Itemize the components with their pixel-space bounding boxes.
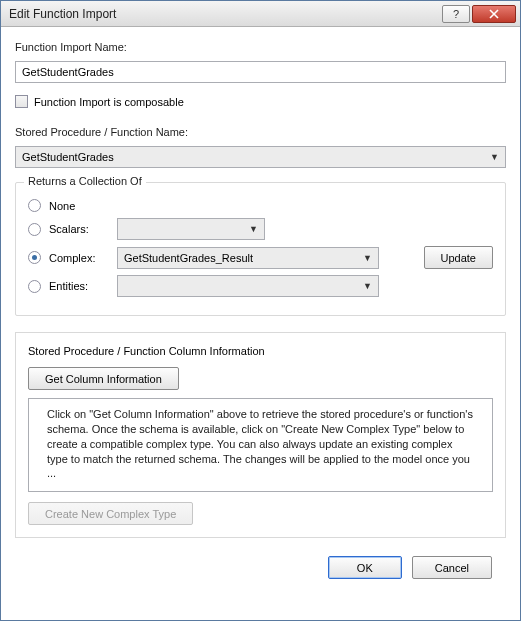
dialog-footer: OK Cancel (15, 546, 506, 579)
create-complex-type-button: Create New Complex Type (28, 502, 193, 525)
close-button[interactable] (472, 5, 516, 23)
titlebar-buttons: ? (442, 5, 516, 23)
cancel-button[interactable]: Cancel (412, 556, 492, 579)
chevron-down-icon: ▼ (363, 281, 372, 291)
function-import-name-label: Function Import Name: (15, 41, 506, 53)
dialog-window: Edit Function Import ? Function Import N… (0, 0, 521, 621)
stored-proc-selected: GetStudentGrades (22, 151, 114, 163)
composable-label: Function Import is composable (34, 96, 184, 108)
column-info-text: Click on "Get Column Information" above … (28, 398, 493, 492)
returns-group: Returns a Collection Of None Scalars: ▼ … (15, 182, 506, 316)
entities-combo[interactable]: ▼ (117, 275, 379, 297)
function-import-name-input[interactable] (15, 61, 506, 83)
returns-none-row: None (28, 199, 493, 212)
returns-complex-radio[interactable] (28, 251, 41, 264)
dialog-content: Function Import Name: Function Import is… (1, 27, 520, 620)
returns-complex-label: Complex: (49, 252, 109, 264)
returns-scalars-row: Scalars: ▼ (28, 218, 493, 240)
returns-none-label: None (49, 200, 109, 212)
returns-entities-row: Entities: ▼ (28, 275, 493, 297)
composable-row: Function Import is composable (15, 95, 506, 108)
returns-group-title: Returns a Collection Of (24, 175, 146, 187)
ok-button[interactable]: OK (328, 556, 402, 579)
chevron-down-icon: ▼ (490, 152, 499, 162)
complex-selected: GetStudentGrades_Result (124, 252, 253, 264)
returns-scalars-label: Scalars: (49, 223, 109, 235)
titlebar: Edit Function Import ? (1, 1, 520, 27)
returns-scalars-radio[interactable] (28, 223, 41, 236)
returns-none-radio[interactable] (28, 199, 41, 212)
stored-proc-name-label: Stored Procedure / Function Name: (15, 126, 506, 138)
scalars-combo[interactable]: ▼ (117, 218, 265, 240)
returns-complex-row: Complex: GetStudentGrades_Result ▼ Updat… (28, 246, 493, 269)
chevron-down-icon: ▼ (363, 253, 372, 263)
column-info-title: Stored Procedure / Function Column Infor… (28, 345, 493, 357)
column-info-section: Stored Procedure / Function Column Infor… (15, 332, 506, 538)
returns-entities-radio[interactable] (28, 280, 41, 293)
close-icon (489, 9, 499, 19)
returns-entities-label: Entities: (49, 280, 109, 292)
get-column-info-button[interactable]: Get Column Information (28, 367, 179, 390)
help-button[interactable]: ? (442, 5, 470, 23)
composable-checkbox[interactable] (15, 95, 28, 108)
window-title: Edit Function Import (9, 7, 442, 21)
complex-combo[interactable]: GetStudentGrades_Result ▼ (117, 247, 379, 269)
chevron-down-icon: ▼ (249, 224, 258, 234)
update-button[interactable]: Update (424, 246, 493, 269)
stored-proc-select[interactable]: GetStudentGrades ▼ (15, 146, 506, 168)
